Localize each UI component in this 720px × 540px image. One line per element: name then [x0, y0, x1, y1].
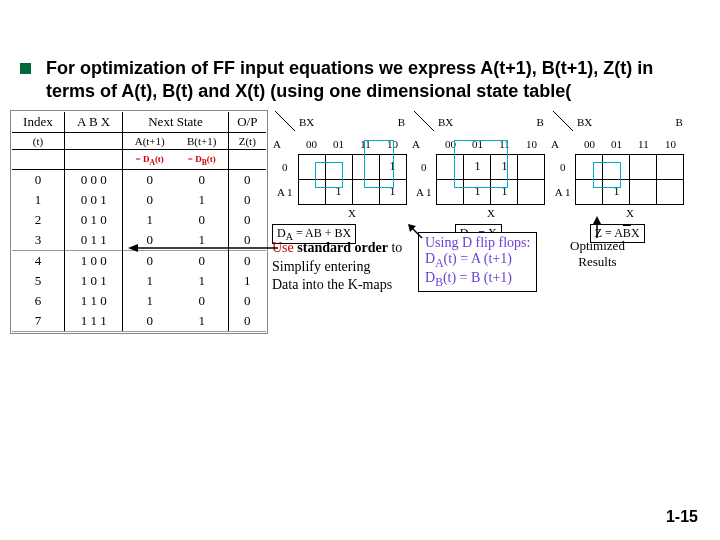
table-row: 71 1 1010 — [12, 311, 266, 332]
note-standard-order: Use standard order to — [272, 238, 402, 256]
table-row: 20 1 0100 — [12, 210, 266, 230]
th2-zt: Z(t) — [228, 133, 266, 150]
th2-bt1: B(t+1) — [176, 133, 228, 150]
svg-line-2 — [553, 111, 573, 131]
th2-t: (t) — [12, 133, 64, 150]
arrow-icon — [590, 216, 604, 240]
th-index: Index — [12, 112, 64, 133]
th-op: O/P — [228, 112, 266, 133]
kmap-DB: BX B A 00011110 0 11 A 1 11 X DB = X — [411, 110, 546, 244]
bullet-icon — [20, 63, 31, 74]
th2-at1: A(t+1) — [123, 133, 176, 150]
table-row: 10 0 1010 — [12, 190, 266, 210]
state-table: Index A B X Next State O/P (t) A(t+1) B(… — [10, 110, 268, 334]
kmap-Z: BX B A 00011110 0 A 1 1 X Z = ABX — [550, 110, 685, 243]
svg-line-0 — [275, 111, 295, 131]
kmap-DA: BX B A 00011110 0 1 A 1 11 X DA = AB + B… — [272, 110, 407, 244]
table-row: 00 0 0000 — [12, 169, 266, 190]
th-next: Next State — [123, 112, 228, 133]
table-row: 61 1 0100 — [12, 291, 266, 311]
svg-marker-8 — [593, 216, 601, 224]
svg-line-5 — [412, 228, 422, 238]
bullet-text: For optimization of FF input equations w… — [46, 57, 702, 102]
arrow-icon — [408, 224, 424, 240]
note-dff: Using D flip flops: DA(t) = A (t+1) DB(t… — [418, 232, 537, 292]
svg-marker-4 — [128, 244, 138, 252]
note-simplify: Simplify enteringData into the K-maps — [272, 258, 392, 294]
page-number: 1-15 — [666, 508, 698, 526]
note-optimized: OptimizedResults — [570, 238, 625, 270]
table-row: 51 0 1111 — [12, 271, 266, 291]
arrow-icon — [128, 242, 278, 256]
th-abx: A B X — [64, 112, 123, 133]
svg-line-1 — [414, 111, 434, 131]
